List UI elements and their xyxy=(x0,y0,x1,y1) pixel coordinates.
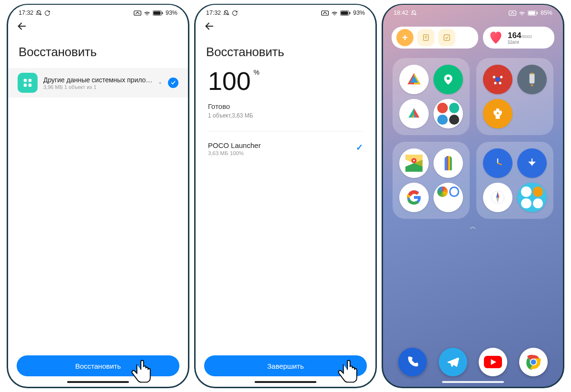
mute-icon xyxy=(223,10,229,16)
wifi-icon xyxy=(519,10,525,16)
svg-point-36 xyxy=(413,160,415,162)
drawer-hint-icon[interactable]: ︿ xyxy=(383,223,563,231)
chevron-down-icon: ▾ xyxy=(159,80,161,86)
svg-rect-5 xyxy=(29,79,31,82)
folder-mini-icon[interactable] xyxy=(433,183,463,212)
app-google-icon[interactable] xyxy=(399,183,429,212)
selected-check-icon[interactable] xyxy=(168,78,178,88)
apps-icon xyxy=(18,73,38,93)
item-subtitle: 3,96 МБ 1 объект из 1 xyxy=(43,84,153,90)
status-bar: 18:42 85% xyxy=(383,5,563,18)
result-subtitle: 3,63 МБ 100% xyxy=(208,150,261,156)
svg-point-30 xyxy=(494,82,496,84)
heart-icon xyxy=(488,29,504,46)
app-icon[interactable] xyxy=(517,65,547,94)
svg-rect-32 xyxy=(530,73,535,83)
mute-icon xyxy=(36,10,42,16)
nav-handle[interactable] xyxy=(442,381,504,383)
app-one-icon[interactable] xyxy=(433,148,463,178)
done-label: Готово xyxy=(208,102,363,110)
svg-rect-7 xyxy=(29,84,31,87)
app-icon[interactable] xyxy=(433,65,463,94)
svg-point-28 xyxy=(493,76,495,78)
nav-handle[interactable] xyxy=(255,381,316,383)
notes-widget[interactable]: + xyxy=(392,27,478,49)
battery-pct: 93% xyxy=(353,10,365,16)
phone-screen-restore-done: 17:32 93% Восстановить 100% Готово 1 объ… xyxy=(194,4,377,388)
svg-rect-15 xyxy=(537,11,538,14)
app-icon[interactable] xyxy=(483,65,512,94)
check-icon: ✓ xyxy=(356,142,363,153)
progress-percent: 100% xyxy=(208,68,251,94)
folder-4[interactable] xyxy=(476,142,553,219)
app-download-icon[interactable] xyxy=(517,148,547,178)
status-bar: 17:32 93% xyxy=(8,5,188,18)
sync-icon xyxy=(44,10,50,16)
svg-rect-17 xyxy=(444,35,450,40)
note-list-icon[interactable] xyxy=(417,29,434,46)
wifi-icon xyxy=(331,10,338,16)
folder-2[interactable] xyxy=(476,58,553,135)
dock-telegram-icon[interactable] xyxy=(439,348,467,376)
svg-point-29 xyxy=(500,76,502,78)
app-icon[interactable] xyxy=(399,65,429,94)
dock-youtube-icon[interactable] xyxy=(479,348,507,376)
divider xyxy=(208,131,363,132)
svg-rect-11 xyxy=(349,11,350,14)
dock-phone-icon[interactable] xyxy=(398,348,427,376)
battery-icon xyxy=(528,10,538,16)
steps-widget[interactable]: 164/8000 Шаги xyxy=(483,27,554,49)
mute-icon xyxy=(411,10,417,16)
clock: 17:32 xyxy=(19,10,33,16)
app-clock-icon[interactable] xyxy=(483,148,512,178)
app-icon[interactable] xyxy=(483,99,512,128)
folder-mini-icon[interactable] xyxy=(517,183,547,212)
wifi-icon xyxy=(144,10,150,16)
note-check-icon[interactable] xyxy=(438,29,455,46)
svg-rect-10 xyxy=(341,11,348,15)
svg-point-31 xyxy=(499,82,502,84)
back-button[interactable] xyxy=(8,18,188,33)
voicemail-icon xyxy=(321,10,329,16)
app-icon[interactable] xyxy=(399,99,429,128)
dock-chrome-icon[interactable] xyxy=(519,348,548,376)
status-bar: 17:32 93% xyxy=(196,5,375,18)
sync-icon xyxy=(232,10,238,16)
add-note-icon[interactable]: + xyxy=(396,29,413,46)
page-title: Восстановить xyxy=(8,33,188,68)
svg-rect-8 xyxy=(322,10,329,15)
page-title: Восстановить xyxy=(196,33,375,68)
svg-rect-2 xyxy=(153,11,160,15)
result-row: POCO Launcher 3,63 МБ 100% ✓ xyxy=(208,141,363,156)
voicemail-icon xyxy=(509,10,516,16)
svg-rect-0 xyxy=(134,10,141,15)
item-title: Другие данные системных прило… xyxy=(43,76,153,84)
back-button[interactable] xyxy=(196,18,375,33)
finish-button[interactable]: Завершить xyxy=(204,355,367,376)
voicemail-icon xyxy=(134,10,141,16)
result-title: POCO Launcher xyxy=(208,141,261,149)
restore-button[interactable]: Восстановить xyxy=(17,355,179,376)
svg-rect-14 xyxy=(528,11,535,15)
backup-item-row[interactable]: Другие данные системных прило… 3,96 МБ 1… xyxy=(8,68,188,98)
done-subtitle: 1 объект,3,63 МБ xyxy=(208,112,363,119)
steps-count: 164 xyxy=(508,31,521,40)
battery-icon xyxy=(153,10,163,16)
nav-handle[interactable] xyxy=(67,381,129,383)
battery-pct: 93% xyxy=(166,10,177,16)
clock: 18:42 xyxy=(394,10,408,16)
app-compass-icon[interactable] xyxy=(483,183,512,212)
svg-point-27 xyxy=(495,77,500,82)
svg-rect-3 xyxy=(162,11,163,14)
phone-screen-restore-select: 17:32 93% Восстановить Другие данные сис… xyxy=(7,4,189,388)
folder-1[interactable] xyxy=(393,58,470,135)
folder-mini-icon[interactable] xyxy=(433,99,463,128)
svg-rect-6 xyxy=(24,84,27,87)
clock: 17:32 xyxy=(206,10,221,16)
app-maps-icon[interactable] xyxy=(399,148,429,178)
battery-icon xyxy=(340,10,351,16)
svg-rect-4 xyxy=(24,79,27,82)
battery-pct: 85% xyxy=(541,10,552,16)
phone-home-screen: 18:42 85% + 164/8000 Шаги xyxy=(382,4,564,388)
folder-3[interactable] xyxy=(393,142,470,219)
